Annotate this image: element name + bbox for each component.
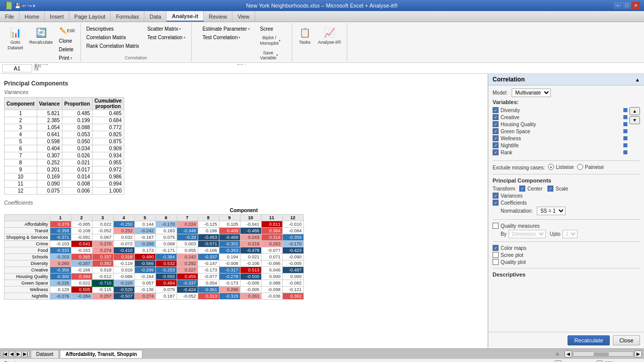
tab-first[interactable]: |◀ xyxy=(1,351,9,357)
tab-formulas[interactable]: Formulas xyxy=(111,11,144,22)
normalization-select[interactable]: SS = 1 xyxy=(537,207,566,215)
coeff-cell: 0.120 xyxy=(50,287,71,293)
tasks-button[interactable]: 📋 Tasks xyxy=(295,24,314,47)
tab-home[interactable]: Home xyxy=(20,11,45,22)
model-select[interactable]: Multivariate xyxy=(512,88,551,97)
variable-checkbox[interactable] xyxy=(493,149,499,155)
sheet-tab-dataset[interactable]: Dataset xyxy=(31,350,59,358)
correlation-group-label: Correlation xyxy=(125,55,147,60)
variable-checkbox[interactable] xyxy=(493,142,499,148)
ribbon: File Home Insert Page Layout Formulas Da… xyxy=(0,11,644,63)
zoom-in[interactable]: + xyxy=(596,360,603,363)
sheet-tab-add[interactable]: + xyxy=(552,350,562,358)
tab-view[interactable]: View xyxy=(232,11,255,22)
variable-row[interactable]: Green Space xyxy=(493,128,627,134)
tab-review[interactable]: Review xyxy=(204,11,232,22)
restore-button[interactable]: □ xyxy=(623,2,631,9)
close-button[interactable]: Close xyxy=(613,335,640,345)
variable-checkbox[interactable] xyxy=(493,128,499,134)
scree-button[interactable]: Scree xyxy=(258,25,283,33)
edit-button[interactable]: ✏️ Edit xyxy=(56,25,77,36)
clone-button[interactable]: Clone xyxy=(56,37,77,45)
spreadsheet[interactable]: Principal Components Variances Component… xyxy=(0,74,488,348)
tab-data[interactable]: Data xyxy=(144,11,167,22)
h-scrollbar[interactable] xyxy=(573,351,633,356)
window-close-button[interactable]: ✕ xyxy=(632,2,640,9)
variances-checkbox[interactable] xyxy=(493,193,499,199)
coeff-cell: 0.296 xyxy=(219,287,240,293)
coefficients-checkbox[interactable] xyxy=(493,200,499,206)
panel-collapse-icon[interactable]: ▲ xyxy=(635,77,640,82)
scroll-left[interactable]: ◀ xyxy=(565,350,572,357)
side-panel: Correlation ▲ Model: Multivariate Variab… xyxy=(488,74,644,348)
table-row: Food-0.333-0.1530.274-0.4100.173-0.1710.… xyxy=(5,247,304,254)
coeff-cell: 0.270 xyxy=(92,241,113,247)
var-scroll-down[interactable]: ▼ xyxy=(629,116,640,124)
tab-insert[interactable]: Insert xyxy=(45,11,69,22)
listwise-radio[interactable] xyxy=(548,164,554,170)
report-group-items: 📊 GotoDataset 🔄 Recalculate ✏️ Edit Clon… xyxy=(5,24,77,62)
by-select[interactable]: Dimension xyxy=(509,230,546,238)
scree-plot-checkbox[interactable] xyxy=(493,252,499,258)
variable-checkbox[interactable] xyxy=(493,114,499,120)
cell-reference-input[interactable]: A1 xyxy=(2,64,32,72)
goto-dataset-button[interactable]: 📊 GotoDataset xyxy=(5,24,26,52)
scroll-right[interactable]: ▶ xyxy=(634,350,642,357)
variances-table: Component Variance Proportion Cumulative… xyxy=(4,97,124,195)
sheet-tab-active[interactable]: Affordability, Transit, Shoppin xyxy=(60,350,142,358)
coeff-cell: -0.203 xyxy=(50,254,71,260)
tab-last[interactable]: ▶| xyxy=(22,351,29,357)
minimize-button[interactable]: ─ xyxy=(614,2,622,9)
center-checkbox[interactable] xyxy=(519,186,525,192)
var-scroll-up[interactable]: ▲ xyxy=(629,107,640,115)
tab-next[interactable]: ▶ xyxy=(15,351,22,357)
variable-checkbox[interactable] xyxy=(493,107,499,113)
coeff-cell: -0.167 xyxy=(134,234,155,241)
color-maps-checkbox[interactable] xyxy=(493,245,499,251)
tab-spacer xyxy=(143,349,552,359)
variable-name: Green Space xyxy=(501,129,530,134)
rank-correlation-button[interactable]: Rank Correlation Matrix xyxy=(84,42,142,50)
listwise-label: Listwise xyxy=(556,164,574,170)
biplot-button[interactable]: Biplot /Monoplot ▾ xyxy=(258,34,283,48)
quality-plot-checkbox[interactable] xyxy=(493,259,499,265)
variance-cell: 0.986 xyxy=(92,173,124,180)
save-variable-button[interactable]: SaveVariable ▾ xyxy=(258,49,283,63)
quality-measures-checkbox[interactable] xyxy=(493,223,499,229)
variable-row[interactable]: Creative xyxy=(493,114,627,120)
formula-input[interactable] xyxy=(41,65,642,72)
variable-row[interactable]: Rank xyxy=(493,149,627,155)
center-label: Center xyxy=(527,186,542,192)
correlation-matrix-button[interactable]: Correlation Matrix xyxy=(84,34,142,41)
test-correlation-button[interactable]: Test Correlation ▾ xyxy=(145,34,188,41)
print-button[interactable]: Print ▾ xyxy=(56,54,77,62)
descriptives-button[interactable]: Descriptives xyxy=(84,25,142,33)
coeff-cell: -0.566 xyxy=(134,260,155,267)
pairwise-radio[interactable] xyxy=(577,164,583,170)
component-label: Component xyxy=(4,208,484,213)
coeff-cell: -0.119 xyxy=(113,260,134,267)
estimate-parameter-button[interactable]: Estimate Parameter ▾ xyxy=(200,25,252,33)
variable-row[interactable]: Diversity xyxy=(493,107,627,113)
zoom-out[interactable]: ─ xyxy=(554,360,561,363)
recalculate-ribbon-button[interactable]: 🔄 Recalculate xyxy=(27,24,55,47)
analyse-it-button[interactable]: 📈 Analyse-it® xyxy=(315,24,344,47)
h-scrollbar-thumb[interactable] xyxy=(594,352,609,356)
variable-row[interactable]: Housing Quality xyxy=(493,121,627,127)
variable-checkbox[interactable] xyxy=(493,121,499,127)
test-correlation-pca-button[interactable]: Test Correlation ▾ xyxy=(200,34,252,41)
variable-checkbox[interactable] xyxy=(493,135,499,141)
scale-checkbox[interactable] xyxy=(547,186,553,192)
delete-button[interactable]: Delete xyxy=(56,46,77,53)
coeff-cell: -0.250 xyxy=(113,221,134,228)
variable-row[interactable]: Nightlife xyxy=(493,142,627,148)
upto-select[interactable]: 2 xyxy=(562,230,578,238)
variable-row[interactable]: Wellness xyxy=(493,135,627,141)
variance-cell: 0.053 xyxy=(62,131,92,138)
tab-analyse-it[interactable]: Analyse-it xyxy=(167,11,204,22)
tab-prev[interactable]: ◀ xyxy=(9,351,15,357)
tab-page-layout[interactable]: Page Layout xyxy=(69,11,111,22)
tab-file[interactable]: File xyxy=(0,11,20,22)
scatter-matrix-button[interactable]: Scatter Matrix ▾ xyxy=(145,25,188,33)
recalculate-button[interactable]: Recalculate xyxy=(568,335,609,345)
